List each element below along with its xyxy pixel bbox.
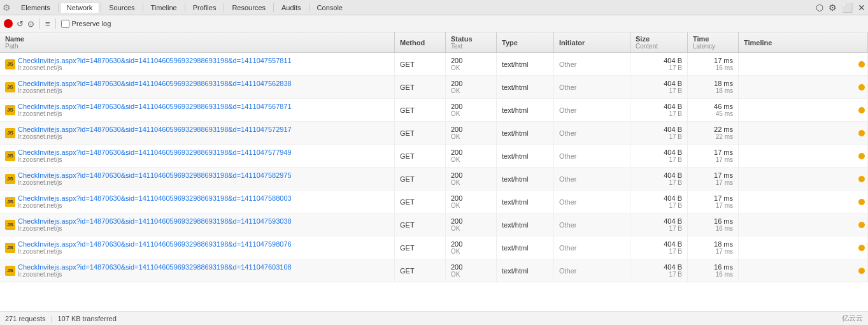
td-type: text/html: [497, 168, 554, 190]
tab-network[interactable]: Network: [60, 2, 99, 13]
filter-button[interactable]: ⊙: [27, 19, 34, 29]
col-status[interactable]: Status Text: [446, 32, 497, 52]
tab-console[interactable]: Console: [311, 3, 349, 13]
js-icon: JS: [5, 174, 15, 184]
row-name: CheckInvitejs.aspx?id=14870630&sid=14110…: [18, 217, 292, 225]
transferred-size: 107 KB transferred: [57, 315, 116, 322]
td-size: 404 B 17 B: [630, 168, 688, 190]
col-initiator[interactable]: Initiator: [554, 32, 630, 52]
row-status-code: 200: [451, 194, 491, 202]
td-time: 16 ms 16 ms: [688, 213, 739, 236]
td-time: 22 ms 22 ms: [688, 122, 739, 144]
row-status-code: 200: [451, 103, 491, 110]
td-method: GET: [395, 236, 446, 259]
row-status-code: 200: [451, 263, 491, 271]
table-row[interactable]: JS CheckInvitejs.aspx?id=14870630&sid=14…: [0, 122, 868, 145]
timeline-dot: [858, 199, 865, 205]
table-row[interactable]: JS CheckInvitejs.aspx?id=14870630&sid=14…: [0, 168, 868, 191]
row-path: lr.zoosnet.net/js: [18, 202, 292, 209]
row-path: lr.zoosnet.net/js: [18, 271, 292, 278]
td-name: JS CheckInvitejs.aspx?id=14870630&sid=14…: [0, 236, 395, 259]
row-initiator: Other: [559, 83, 625, 91]
td-timeline: [739, 236, 868, 259]
row-path: lr.zoosnet.net/js: [18, 133, 292, 140]
col-size[interactable]: Size Content: [630, 32, 688, 52]
td-initiator: Other: [554, 168, 630, 190]
tab-elements[interactable]: Elements: [15, 3, 57, 13]
tab-timeline[interactable]: Timeline: [145, 3, 183, 13]
record-button[interactable]: [4, 19, 13, 28]
expand-icon[interactable]: ⬡: [816, 3, 823, 13]
row-status-code: 200: [451, 217, 491, 225]
timeline-dot: [858, 84, 865, 90]
td-timeline: [739, 53, 868, 75]
row-time-latency: 16 ms: [693, 271, 733, 278]
refresh-button[interactable]: ↺: [17, 19, 24, 29]
table-row[interactable]: JS CheckInvitejs.aspx?id=14870630&sid=14…: [0, 236, 868, 259]
js-icon: JS: [5, 151, 15, 161]
view-button[interactable]: ≡: [45, 19, 50, 29]
td-name: JS CheckInvitejs.aspx?id=14870630&sid=14…: [0, 168, 395, 190]
td-type: text/html: [497, 259, 554, 282]
col-name[interactable]: Name Path: [0, 32, 395, 52]
col-timeline[interactable]: Timeline: [739, 32, 868, 52]
tab-sources[interactable]: Sources: [103, 3, 141, 13]
table-row[interactable]: JS CheckInvitejs.aspx?id=14870630&sid=14…: [0, 213, 868, 236]
row-size-content: 17 B: [636, 87, 682, 94]
row-status-code: 200: [451, 171, 491, 179]
col-time[interactable]: Time Latency: [688, 32, 739, 52]
table-row[interactable]: JS CheckInvitejs.aspx?id=14870630&sid=14…: [0, 259, 868, 282]
dock-icon[interactable]: ⬜: [842, 3, 853, 13]
table-row[interactable]: JS CheckInvitejs.aspx?id=14870630&sid=14…: [0, 76, 868, 99]
row-size: 404 B: [636, 103, 682, 110]
row-time: 17 ms: [693, 57, 733, 64]
row-status-text: OK: [451, 225, 491, 232]
row-status-text: OK: [451, 156, 491, 163]
td-initiator: Other: [554, 122, 630, 144]
row-time-latency: 45 ms: [693, 110, 733, 117]
td-size: 404 B 17 B: [630, 99, 688, 121]
row-name: CheckInvitejs.aspx?id=14870630&sid=14110…: [18, 240, 292, 248]
tab-resources[interactable]: Resources: [225, 3, 272, 13]
status-bar: 271 requests | 107 KB transferred 亿云云: [0, 311, 868, 325]
row-time-latency: 18 ms: [693, 87, 733, 94]
js-icon: JS: [5, 59, 15, 69]
row-size-content: 17 B: [636, 179, 682, 186]
row-name: CheckInvitejs.aspx?id=14870630&sid=14110…: [18, 80, 292, 87]
td-name: JS CheckInvitejs.aspx?id=14870630&sid=14…: [0, 99, 395, 121]
td-initiator: Other: [554, 99, 630, 121]
td-initiator: Other: [554, 76, 630, 98]
td-status: 200 OK: [446, 236, 497, 259]
row-size-content: 17 B: [636, 202, 682, 209]
td-initiator: Other: [554, 236, 630, 259]
tab-audits[interactable]: Audits: [275, 3, 308, 13]
settings-icon[interactable]: ⚙: [829, 3, 837, 13]
row-status-code: 200: [451, 80, 491, 87]
row-status-code: 200: [451, 57, 491, 64]
close-icon[interactable]: ✕: [858, 3, 865, 13]
table-row[interactable]: JS CheckInvitejs.aspx?id=14870630&sid=14…: [0, 99, 868, 122]
row-time: 22 ms: [693, 126, 733, 133]
td-name: JS CheckInvitejs.aspx?id=14870630&sid=14…: [0, 259, 395, 282]
table-row[interactable]: JS CheckInvitejs.aspx?id=14870630&sid=14…: [0, 145, 868, 168]
col-method[interactable]: Method: [395, 32, 446, 52]
row-method: GET: [400, 175, 440, 183]
td-method: GET: [395, 122, 446, 144]
preserve-log-label[interactable]: Preserve log: [61, 20, 111, 28]
row-method: GET: [400, 267, 440, 275]
col-type[interactable]: Type: [497, 32, 554, 52]
row-size: 404 B: [636, 240, 682, 248]
js-icon: JS: [5, 266, 15, 276]
toolbar-divider: [39, 18, 40, 29]
row-name: CheckInvitejs.aspx?id=14870630&sid=14110…: [18, 103, 292, 110]
td-initiator: Other: [554, 145, 630, 167]
row-size: 404 B: [636, 126, 682, 133]
table-row[interactable]: JS CheckInvitejs.aspx?id=14870630&sid=14…: [0, 53, 868, 76]
td-timeline: [739, 99, 868, 121]
tab-profiles[interactable]: Profiles: [187, 3, 223, 13]
row-size-content: 17 B: [636, 133, 682, 140]
row-time-latency: 17 ms: [693, 156, 733, 163]
preserve-log-checkbox[interactable]: [61, 20, 69, 28]
row-method: GET: [400, 61, 440, 68]
table-row[interactable]: JS CheckInvitejs.aspx?id=14870630&sid=14…: [0, 191, 868, 213]
